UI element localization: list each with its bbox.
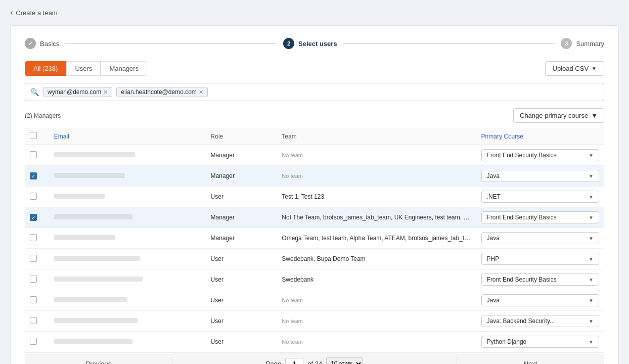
change-course-arrow-icon: ▼ xyxy=(591,112,598,119)
table-meta: (2) Managers Change primary course ▼ xyxy=(25,108,604,123)
row-role: User xyxy=(206,290,277,311)
wizard-step-basics: Basics xyxy=(25,38,59,49)
row-email xyxy=(49,290,206,311)
next-button[interactable]: Next xyxy=(456,354,604,365)
course-dropdown-arrow-icon: ▼ xyxy=(589,194,594,200)
row-role: User xyxy=(206,249,277,269)
tab-users[interactable]: Users xyxy=(66,61,101,76)
row-course: PHP▼ xyxy=(476,249,604,269)
row-role: Manager xyxy=(206,166,277,187)
row-team: Test 1, Test 123 xyxy=(277,187,476,207)
rows-per-page-select[interactable]: 10 rows 20 rows 50 rows xyxy=(326,357,363,364)
row-team: No team xyxy=(277,145,476,166)
row-checkbox[interactable] xyxy=(30,172,37,179)
tag-value-1: wyman@demo.com xyxy=(48,88,101,96)
previous-button[interactable]: Previous xyxy=(25,354,173,365)
row-checkbox[interactable] xyxy=(30,317,37,324)
th-checkbox[interactable] xyxy=(25,128,49,145)
course-dropdown-arrow-icon: ▼ xyxy=(589,298,594,303)
course-dropdown-label: Front End Security Basics xyxy=(487,214,557,221)
page-label: Page xyxy=(266,360,281,365)
row-checkbox-cell xyxy=(25,332,49,352)
row-team: No team xyxy=(277,332,476,352)
toolbar: All (238) Users Managers Upload CSV ▼ xyxy=(25,61,604,76)
row-checkbox[interactable] xyxy=(30,276,37,283)
tab-all[interactable]: All (238) xyxy=(25,61,66,76)
course-dropdown[interactable]: PHP▼ xyxy=(481,253,599,265)
table-header-row: Email Role Team Primary Course xyxy=(25,128,604,145)
course-dropdown[interactable]: Java▼ xyxy=(481,294,599,306)
row-checkbox[interactable] xyxy=(30,151,37,158)
row-checkbox[interactable] xyxy=(30,338,37,345)
course-dropdown[interactable]: Front End Security Basics▼ xyxy=(481,149,599,161)
row-role: Manager xyxy=(206,145,277,166)
row-team: Swedebank xyxy=(277,269,476,290)
main-card: Basics 2 Select users 3 Summary All (238… xyxy=(10,25,619,364)
course-dropdown-arrow-icon: ▼ xyxy=(589,215,594,220)
course-dropdown[interactable]: Java▼ xyxy=(481,232,599,244)
course-dropdown[interactable]: .NET▼ xyxy=(481,191,599,203)
row-checkbox-cell xyxy=(25,145,49,166)
wizard-line-1 xyxy=(65,43,277,44)
row-checkbox[interactable] xyxy=(30,234,37,241)
of-label: of 24 xyxy=(307,360,322,365)
row-checkbox[interactable] xyxy=(30,255,37,262)
tab-managers[interactable]: Managers xyxy=(101,61,147,76)
course-dropdown-arrow-icon: ▼ xyxy=(589,236,594,241)
tag-remove-2[interactable]: ✕ xyxy=(199,89,203,96)
search-bar[interactable]: 🔍 wyman@demo.com ✕ elian.heathcote@demo.… xyxy=(25,83,604,101)
pagination: Previous Page of 24 10 rows 20 rows 50 r… xyxy=(25,352,604,364)
step-label-summary: Summary xyxy=(576,40,604,48)
select-all-checkbox[interactable] xyxy=(30,132,37,139)
step-label-select-users: Select users xyxy=(298,40,337,48)
course-dropdown[interactable]: Front End Security Basics▼ xyxy=(481,274,599,286)
table-count: (2) Managers xyxy=(25,112,61,119)
course-dropdown-arrow-icon: ▼ xyxy=(589,277,594,283)
course-dropdown-arrow-icon: ▼ xyxy=(589,153,594,158)
course-dropdown-arrow-icon: ▼ xyxy=(589,256,594,262)
upload-csv-button[interactable]: Upload CSV ▼ xyxy=(545,61,604,76)
course-dropdown[interactable]: Front End Security Basics▼ xyxy=(481,211,599,223)
row-role: Manager xyxy=(206,207,277,228)
table-row: UserNo teamJava▼ xyxy=(25,290,604,311)
row-checkbox[interactable] xyxy=(30,214,37,221)
row-checkbox-cell xyxy=(25,228,49,249)
row-course: Python Django▼ xyxy=(476,332,604,352)
table-row: UserSwedebankFront End Security Basics▼ xyxy=(25,269,604,290)
step-icon-select-users: 2 xyxy=(283,38,294,49)
tag-value-2: elian.heathcote@demo.com xyxy=(121,88,197,96)
row-role: User xyxy=(206,187,277,207)
row-checkbox-cell xyxy=(25,207,49,228)
course-dropdown[interactable]: Java: Backend Security...▼ xyxy=(481,315,599,327)
step-icon-summary: 3 xyxy=(561,38,572,49)
th-role: Role xyxy=(206,128,277,145)
course-dropdown[interactable]: Java▼ xyxy=(481,170,599,182)
row-email xyxy=(49,311,206,332)
table-row: ManagerNot The Team, brotsos_james_lab_t… xyxy=(25,207,604,228)
course-dropdown[interactable]: Python Django▼ xyxy=(481,336,599,348)
course-dropdown-label: PHP xyxy=(487,255,500,262)
row-team: Swedebank, Bupa Demo Team xyxy=(277,249,476,269)
search-tag-1[interactable]: wyman@demo.com ✕ xyxy=(43,87,112,97)
row-course: .NET▼ xyxy=(476,187,604,207)
row-course: Java: Backend Security...▼ xyxy=(476,311,604,332)
upload-csv-label: Upload CSV xyxy=(553,65,589,72)
tag-remove-1[interactable]: ✕ xyxy=(103,89,108,96)
change-primary-course-button[interactable]: Change primary course ▼ xyxy=(513,108,604,123)
wizard: Basics 2 Select users 3 Summary xyxy=(25,38,604,49)
page-input[interactable] xyxy=(285,358,303,365)
search-icon: 🔍 xyxy=(30,88,39,96)
search-tag-2[interactable]: elian.heathcote@demo.com ✕ xyxy=(116,87,208,97)
wizard-line-2 xyxy=(343,43,555,44)
course-dropdown-label: Java xyxy=(487,297,500,304)
step-icon-basics xyxy=(25,38,36,49)
row-role: Manager xyxy=(206,228,277,249)
row-checkbox[interactable] xyxy=(30,296,37,303)
pagination-center: Page of 24 10 rows 20 rows 50 rows xyxy=(173,353,456,364)
upload-arrow-icon: ▼ xyxy=(592,66,597,71)
back-link[interactable]: Create a team xyxy=(10,8,619,17)
row-email xyxy=(49,166,206,187)
row-checkbox[interactable] xyxy=(30,193,37,200)
row-role: User xyxy=(206,332,277,352)
table-row: ManagerNo teamFront End Security Basics▼ xyxy=(25,145,604,166)
